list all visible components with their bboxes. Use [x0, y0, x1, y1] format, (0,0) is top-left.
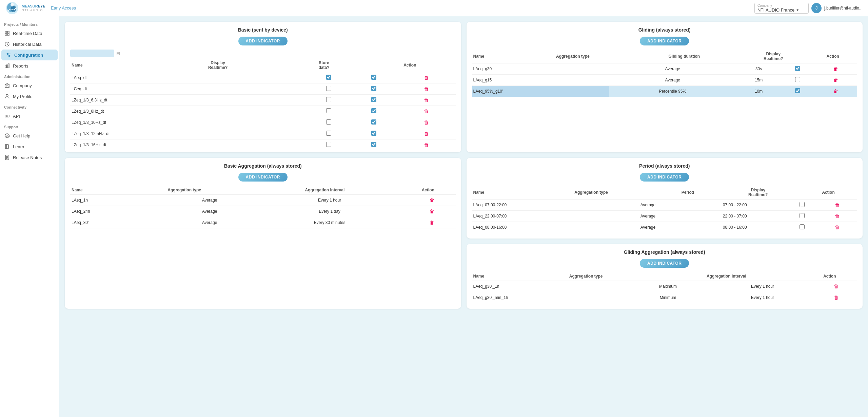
- delete-button[interactable]: 🗑: [422, 97, 430, 103]
- delete-button[interactable]: 🗑: [422, 130, 430, 137]
- col-agg-interval: Aggregation interval: [651, 272, 802, 281]
- store-data-checkbox[interactable]: [371, 119, 376, 125]
- delete-button[interactable]: 🗑: [832, 88, 840, 95]
- delete-button[interactable]: 🗑: [422, 74, 430, 81]
- period-add-indicator-button[interactable]: ADD INDICATOR: [640, 173, 689, 182]
- sliders-icon: [5, 52, 12, 58]
- logo-icon: [5, 1, 19, 15]
- col-name: Name: [472, 272, 521, 281]
- action-cell: 🗑: [397, 117, 456, 128]
- gliding-dur-cell: 15m: [736, 75, 781, 86]
- delete-button[interactable]: 🗑: [422, 108, 430, 115]
- sidebar-label: Reports: [13, 63, 28, 69]
- store-data-checkbox[interactable]: [371, 131, 376, 136]
- basic-agg-add-indicator-button[interactable]: ADD INDICATOR: [238, 173, 288, 182]
- basic-agg-card: Basic Aggregation (always stored) ADD IN…: [65, 158, 461, 309]
- sidebar-item-api[interactable]: API: [0, 111, 59, 121]
- sidebar-item-learn[interactable]: Learn: [0, 141, 59, 152]
- basic-agg-table: Name Aggregation type Aggregation interv…: [70, 186, 456, 195]
- display-realtime-checkbox[interactable]: [326, 108, 331, 113]
- basic-agg-table-scroll: LAeq_1h Average Every 1 hour 🗑 LAeq_24h …: [70, 195, 456, 228]
- delete-button[interactable]: 🗑: [428, 219, 436, 226]
- building-icon: [4, 82, 10, 89]
- sidebar-item-myprofile[interactable]: My Profile: [0, 91, 59, 102]
- sidebar-item-configuration[interactable]: Configuration: [1, 50, 58, 60]
- display-realtime-checkbox[interactable]: [800, 213, 805, 218]
- sidebar-section-admin: Administration: [0, 71, 59, 80]
- delete-button[interactable]: 🗑: [832, 77, 840, 83]
- display-realtime-checkbox[interactable]: [326, 119, 331, 125]
- display-realtime-checkbox[interactable]: [326, 131, 331, 136]
- store-data-checkbox[interactable]: [371, 142, 376, 147]
- row-name: LAeq_24h: [70, 206, 169, 217]
- company-selector[interactable]: Company NTI AUDIO France ▼: [754, 3, 809, 14]
- action-cell: 🗑: [815, 281, 857, 292]
- row-name: LAeq_08:00-16:00: [472, 222, 613, 233]
- store-data-checkbox[interactable]: [371, 108, 376, 113]
- delete-button[interactable]: 🗑: [833, 224, 841, 231]
- col-action: Action: [802, 272, 857, 281]
- store-data-cell: [351, 117, 396, 128]
- store-data-checkbox[interactable]: [371, 75, 376, 80]
- delete-button[interactable]: 🗑: [833, 213, 841, 220]
- sidebar-item-company[interactable]: Company: [0, 80, 59, 91]
- store-data-checkbox[interactable]: [371, 86, 376, 91]
- period-table-scroll: LAeq_07:00-22:00 Average 07:00 - 22:00 🗑…: [472, 200, 857, 233]
- gliding-card: Gliding (always stored) ADD INDICATOR Na…: [467, 22, 863, 152]
- sidebar-label: Configuration: [14, 53, 43, 58]
- basic-agg-card-title: Basic Aggregation (always stored): [70, 163, 456, 169]
- delete-button[interactable]: 🗑: [833, 202, 841, 208]
- table-row: LAeq_08:00-16:00 Average 08:00 - 16:00 🗑: [472, 222, 857, 233]
- delete-button[interactable]: 🗑: [832, 283, 840, 290]
- row-name: LZeq_1/3_8Hz_dt: [70, 106, 306, 117]
- sidebar-item-realtime[interactable]: Real-time Data: [0, 28, 59, 39]
- delete-button[interactable]: 🗑: [422, 86, 430, 92]
- company-name-row: NTI AUDIO France ▼: [757, 7, 799, 13]
- sidebar-item-gethelp[interactable]: SOS Get Help: [0, 130, 59, 141]
- gliding-table-body: LAeq_g30' Average 30s 🗑 LAeq_g15' Averag…: [472, 63, 857, 97]
- gliding-add-indicator-button[interactable]: ADD INDICATOR: [640, 37, 689, 45]
- display-realtime-checkbox[interactable]: [800, 202, 805, 207]
- display-realtime-checkbox[interactable]: [795, 77, 800, 82]
- sidebar-item-releasenotes[interactable]: Release Notes: [0, 152, 59, 163]
- sidebar-section-support: Support: [0, 121, 59, 130]
- display-realtime-checkbox[interactable]: [326, 75, 331, 80]
- basic-table-scroll: LAeq_dt 🗑 LCeq_dt 🗑 LZeq_1/3_6.3Hz_dt 🗑 …: [70, 72, 456, 147]
- row-name: LAeq_g30': [472, 63, 609, 75]
- store-data-checkbox[interactable]: [371, 97, 376, 102]
- delete-button[interactable]: 🗑: [422, 119, 430, 126]
- period-card-title: Period (always stored): [472, 163, 857, 169]
- avatar[interactable]: J: [811, 3, 822, 13]
- sidebar: Projects / Monitors Real-time Data Histo…: [0, 16, 59, 417]
- gliding-agg-add-button[interactable]: ADD INDICATOR: [640, 259, 689, 268]
- store-data-cell: [351, 128, 396, 139]
- display-realtime-checkbox[interactable]: [800, 224, 805, 229]
- delete-button[interactable]: 🗑: [832, 294, 840, 301]
- display-realtime-checkbox[interactable]: [795, 88, 800, 93]
- display-realtime-checkbox[interactable]: [326, 142, 331, 147]
- row-name: LAeq_30': [70, 217, 169, 228]
- sidebar-item-reports[interactable]: Reports: [0, 60, 59, 71]
- display-realtime-checkbox[interactable]: [326, 86, 331, 91]
- basic-add-indicator-button[interactable]: ADD INDICATOR: [238, 37, 288, 45]
- delete-button[interactable]: 🗑: [428, 197, 436, 204]
- table-row: LZeq_1/3_12.5Hz_dt 🗑: [70, 128, 456, 139]
- filter-input[interactable]: [70, 50, 114, 57]
- filter-icon[interactable]: ⊞: [116, 51, 120, 56]
- svg-text:SOS: SOS: [6, 135, 10, 137]
- table-row: LZeq_1/3_6.3Hz_dt 🗑: [70, 95, 456, 106]
- table-row: LZeq_1/3_16Hz_dt 🗑: [70, 139, 456, 147]
- action-cell: 🗑: [397, 106, 456, 117]
- delete-button[interactable]: 🗑: [422, 141, 430, 147]
- period-card: Period (always stored) ADD INDICATOR Nam…: [467, 158, 863, 239]
- delete-button[interactable]: 🗑: [832, 65, 840, 72]
- period-cell: 22:00 - 07:00: [683, 211, 787, 222]
- sidebar-item-historical[interactable]: Historical Data: [0, 39, 59, 50]
- table-row: LAeq_g30' Average 30s 🗑: [472, 63, 857, 75]
- display-realtime-checkbox[interactable]: [795, 66, 800, 71]
- basic-agg-table-body: LAeq_1h Average Every 1 hour 🗑 LAeq_24h …: [70, 195, 456, 228]
- display-realtime-cell: [787, 200, 817, 211]
- display-realtime-checkbox[interactable]: [326, 97, 331, 102]
- table-row: LAeq_g30'_1h Maximum Every 1 hour 🗑: [472, 281, 857, 292]
- delete-button[interactable]: 🗑: [428, 208, 436, 215]
